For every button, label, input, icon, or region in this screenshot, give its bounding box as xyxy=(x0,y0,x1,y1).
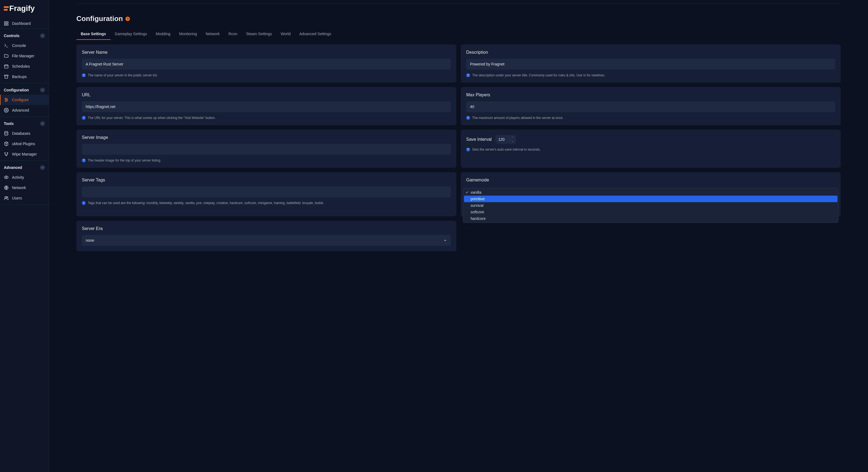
help-icon[interactable]: ? xyxy=(125,17,130,21)
svg-rect-5 xyxy=(4,65,8,68)
section-configuration-header[interactable]: Configuration xyxy=(0,84,49,95)
server-tags-card: Server Tags iTags that can be used are t… xyxy=(76,172,456,216)
url-input[interactable] xyxy=(82,101,451,112)
page-title: Configuration ? xyxy=(76,4,841,28)
server-name-card: Server Name ?The name of your server in … xyxy=(76,44,456,83)
section-advanced-title: Advanced xyxy=(4,165,22,170)
description-label: Description xyxy=(466,50,835,55)
chevron-up-icon xyxy=(511,136,514,138)
nav-databases[interactable]: Databases xyxy=(0,128,49,138)
dropdown-option-survival[interactable]: survival xyxy=(464,202,837,209)
tab-rcon[interactable]: Rcon xyxy=(224,28,242,40)
svg-rect-3 xyxy=(7,24,8,25)
svg-rect-1 xyxy=(7,22,8,23)
server-tags-label: Server Tags xyxy=(82,178,451,183)
tabs: Base Settings Gameplay Settings Modding … xyxy=(76,28,841,40)
section-controls-header[interactable]: Controls xyxy=(0,30,49,40)
git-icon xyxy=(4,152,9,157)
gamemode-label: Gamemode xyxy=(466,178,835,183)
calendar-icon xyxy=(4,64,9,69)
save-interval-card: Save Interval ?Sets the server's auto-sa… xyxy=(461,130,841,168)
svg-point-21 xyxy=(6,177,7,178)
save-interval-input[interactable] xyxy=(495,135,509,144)
tab-base-settings[interactable]: Base Settings xyxy=(76,28,111,40)
chevron-down-icon xyxy=(40,121,45,126)
section-advanced-header[interactable]: Advanced xyxy=(0,162,49,172)
tab-network[interactable]: Network xyxy=(201,28,224,40)
tab-steam-settings[interactable]: Steam Settings xyxy=(242,28,276,40)
dashboard-icon xyxy=(4,21,9,26)
nav-schedules[interactable]: Schedules xyxy=(0,61,49,71)
save-interval-label: Save Interval xyxy=(466,137,492,142)
dropdown-option-softcore[interactable]: softcore xyxy=(464,209,837,215)
logo[interactable]: Fragify xyxy=(0,0,49,18)
server-era-card: Server Era none xyxy=(76,221,456,251)
max-players-input[interactable] xyxy=(466,101,835,112)
nav-dashboard[interactable]: Dashboard xyxy=(0,18,49,29)
dropdown-option-vanilla[interactable]: vanilla xyxy=(464,189,837,196)
tab-modding[interactable]: Modding xyxy=(151,28,175,40)
server-image-input[interactable] xyxy=(82,144,451,155)
chevron-down-icon xyxy=(40,88,45,93)
url-card: URL ?The URL for your server. This is wh… xyxy=(76,87,456,125)
nav-file-manager[interactable]: File Manager xyxy=(0,51,49,61)
plugin-icon xyxy=(4,141,9,146)
max-players-help: ?The maximum amount of players allowed i… xyxy=(466,116,835,120)
nav-dashboard-label: Dashboard xyxy=(12,21,31,26)
tab-monitoring[interactable]: Monitoring xyxy=(175,28,201,40)
nav-wipe-manager[interactable]: Wipe Manager xyxy=(0,149,49,159)
section-tools-title: Tools xyxy=(4,121,13,126)
server-image-label: Server Image xyxy=(82,135,451,140)
svg-point-18 xyxy=(5,153,5,153)
description-input[interactable] xyxy=(466,59,835,70)
terminal-icon xyxy=(4,43,9,48)
tab-world[interactable]: World xyxy=(276,28,295,40)
server-image-card: Server Image ?The header image for the t… xyxy=(76,130,456,168)
page-title-text: Configuration xyxy=(76,14,123,23)
tab-advanced-settings[interactable]: Advanced Settings xyxy=(295,28,336,40)
server-name-input[interactable] xyxy=(82,59,451,70)
section-tools-header[interactable]: Tools xyxy=(0,118,49,128)
eye-icon xyxy=(4,175,9,180)
chevron-down-icon xyxy=(443,239,447,242)
spinner-down-button[interactable] xyxy=(509,140,516,144)
info-icon: ? xyxy=(82,116,86,120)
nav-users[interactable]: Users xyxy=(0,193,49,203)
info-icon: ? xyxy=(466,116,470,120)
section-configuration-title: Configuration xyxy=(4,88,29,92)
nav-network[interactable]: Network xyxy=(0,183,49,193)
nav-label: Console xyxy=(12,43,26,48)
server-name-help: ?The name of your server in the public s… xyxy=(82,73,451,77)
spinner-up-button[interactable] xyxy=(509,135,516,140)
svg-point-23 xyxy=(5,196,6,198)
server-tags-input[interactable] xyxy=(82,186,451,197)
nav-backups[interactable]: Backups xyxy=(0,71,49,82)
svg-point-19 xyxy=(7,153,8,153)
svg-rect-2 xyxy=(4,24,6,25)
nav-console[interactable]: Console xyxy=(0,40,49,51)
gamemode-card: Gamemode vanilla primitive survival soft… xyxy=(461,172,841,216)
dropdown-option-hardcore[interactable]: hardcore xyxy=(464,215,837,222)
nav-label: Backups xyxy=(12,74,27,79)
nav-configure[interactable]: Configure xyxy=(0,95,49,105)
nav-umod-plugins[interactable]: uMod Plugins xyxy=(0,138,49,149)
max-players-card: Max Players ?The maximum amount of playe… xyxy=(461,87,841,125)
svg-rect-9 xyxy=(4,75,8,76)
chevron-down-icon xyxy=(511,140,514,143)
dropdown-option-primitive[interactable]: primitive xyxy=(464,196,837,202)
server-era-label: Server Era xyxy=(82,226,451,231)
nav-activity[interactable]: Activity xyxy=(0,172,49,183)
server-tags-help: iTags that can be used are the following… xyxy=(82,201,451,205)
info-icon: ? xyxy=(466,148,470,151)
nav-label: Advanced xyxy=(12,108,29,113)
chevron-down-icon xyxy=(40,33,45,38)
nav-advanced-config[interactable]: Advanced xyxy=(0,105,49,116)
globe-icon xyxy=(4,185,9,190)
server-era-select[interactable]: none xyxy=(82,235,451,246)
server-name-label: Server Name xyxy=(82,50,451,55)
chevron-down-icon xyxy=(40,165,45,170)
tab-gameplay-settings[interactable]: Gameplay Settings xyxy=(111,28,151,40)
info-icon: i xyxy=(82,201,86,205)
section-controls-title: Controls xyxy=(4,34,20,38)
gamemode-dropdown: vanilla primitive survival softcore hard… xyxy=(463,188,839,223)
